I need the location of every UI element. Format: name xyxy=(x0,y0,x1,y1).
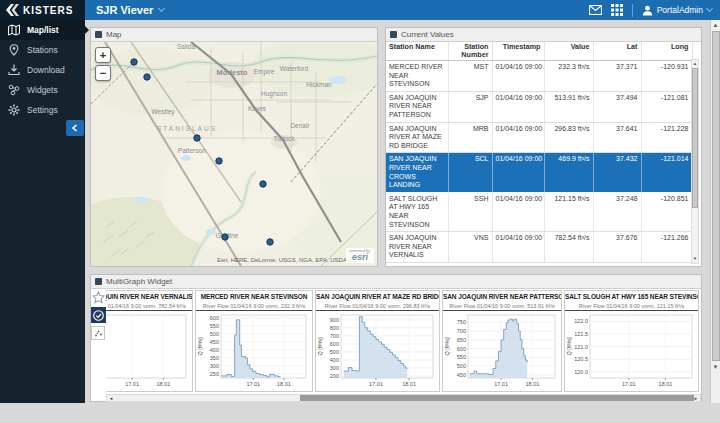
station-marker[interactable] xyxy=(194,135,200,141)
chart-title: SAN JOAQUIN RIVER AT MAZE RD BRIDGE xyxy=(316,291,439,302)
cell-timestamp: 01/04/16 09:00 xyxy=(492,61,544,92)
multigraph-header: MultiGraph Widget xyxy=(91,275,701,289)
sidebar-item-label: Settings xyxy=(27,105,58,115)
map-panel-title: Map xyxy=(106,30,122,39)
svg-text:18.01: 18.01 xyxy=(525,381,539,387)
chart-title: SAN JOAQUIN RIVER NEAR PATTERSON xyxy=(443,291,561,302)
scroll-left-icon[interactable]: ◄ xyxy=(107,395,115,401)
scroll-up-icon[interactable]: ▲ xyxy=(692,60,698,68)
map-city-label: Hughson xyxy=(261,90,287,98)
mail-icon[interactable] xyxy=(589,5,602,15)
favorite-star-icon[interactable] xyxy=(91,290,105,304)
cell-long: -120.931 xyxy=(641,61,692,92)
table-scrollbar-thumb[interactable] xyxy=(692,68,698,208)
svg-text:600: 600 xyxy=(457,346,466,352)
chart-subtitle: River Flow 01/04/16 9:00 vorm. 232.3 ft³… xyxy=(196,302,312,311)
map-city-label: Turlock xyxy=(273,135,295,142)
user-name: PortalAdmin xyxy=(657,5,703,15)
chevron-down-icon xyxy=(158,5,165,12)
svg-text:750: 750 xyxy=(457,319,466,325)
chart-card[interactable]: SAN JOAQUIN RIVER NEAR VERNALISRiver Flo… xyxy=(106,290,193,392)
station-marker[interactable] xyxy=(144,74,150,80)
charts-scrollbar-thumb[interactable] xyxy=(300,395,694,401)
cell-name: SAN JOAQUIN RIVER NEAR VERNALIS xyxy=(386,232,448,263)
cell-long: -121.266 xyxy=(641,232,692,263)
map-zoom-in-button[interactable]: + xyxy=(95,47,111,63)
chart-card[interactable]: SALT SLOUGH AT HWY 165 NEAR STEVINSONRiv… xyxy=(564,290,699,392)
map-canvas[interactable]: SalidaModestoEmpireWaterfordHickmanHughs… xyxy=(91,42,377,266)
cell-number: SSH xyxy=(448,192,492,231)
cell-timestamp: 01/04/16 09:00 xyxy=(492,192,544,231)
charts-strip: SAN JOAQUIN RIVER NEAR VERNALISRiver Flo… xyxy=(106,290,701,393)
svg-text:550: 550 xyxy=(210,323,219,329)
svg-text:121.0: 121.0 xyxy=(574,344,588,350)
map-city-label: Modesto xyxy=(217,68,248,77)
chart-card[interactable]: MERCED RIVER NEAR STEVINSONRiver Flow 01… xyxy=(195,290,313,392)
cell-long: -121.081 xyxy=(641,91,692,122)
sidebar-collapse-button[interactable] xyxy=(66,120,84,136)
top-bar: KISTERS SJR Viever PortalAdmin xyxy=(0,0,720,20)
column-header[interactable]: Station Name xyxy=(386,42,448,61)
svg-text:18.01: 18.01 xyxy=(277,381,291,387)
multigraph-title: MultiGraph Widget xyxy=(106,277,172,286)
svg-text:700: 700 xyxy=(330,333,339,339)
svg-text:18.01: 18.01 xyxy=(659,381,673,387)
svg-text:600: 600 xyxy=(330,341,339,347)
chart-card[interactable]: SAN JOAQUIN RIVER AT MAZE RD BRIDGERiver… xyxy=(315,290,440,392)
apps-grid-icon[interactable] xyxy=(611,4,623,16)
svg-text:800: 800 xyxy=(330,325,339,331)
station-marker[interactable] xyxy=(260,181,266,187)
column-header[interactable]: Lat xyxy=(593,42,641,61)
page-scroll-up-icon[interactable]: ▲ xyxy=(711,20,720,30)
table-row[interactable]: SAN JOAQUIN RIVER NEAR VERNALISVNS01/04/… xyxy=(386,232,692,263)
app-title[interactable]: SJR Viever xyxy=(96,0,164,20)
table-row[interactable]: MERCED RIVER NEAR STEVINSONMST01/04/16 0… xyxy=(386,61,692,92)
user-menu[interactable]: PortalAdmin xyxy=(642,5,712,16)
sidebar-item-settings[interactable]: Settings xyxy=(0,100,85,120)
sidebar-item-download[interactable]: Download xyxy=(0,60,85,80)
svg-text:450: 450 xyxy=(210,339,219,345)
sidebar-item-stations[interactable]: Stations xyxy=(0,40,85,60)
scroll-down-icon[interactable]: ▼ xyxy=(692,255,698,263)
column-header[interactable]: Value xyxy=(544,42,593,61)
panel-icon xyxy=(390,31,397,38)
table-row[interactable]: SAN JOAQUIN RIVER NEAR PATTERSONSJP01/04… xyxy=(386,91,692,122)
sidebar-item-map-list[interactable]: Map/list xyxy=(0,20,85,40)
column-header[interactable]: Station Number xyxy=(448,42,492,61)
scroll-right-icon[interactable]: ► xyxy=(692,395,700,401)
column-header[interactable]: Timestamp xyxy=(492,42,544,61)
cell-long: -121.014 xyxy=(641,153,692,192)
map-city-label: Empire xyxy=(254,68,275,76)
svg-text:400: 400 xyxy=(210,347,219,353)
chart-title: SAN JOAQUIN RIVER NEAR VERNALIS xyxy=(106,291,192,302)
table-row[interactable]: SALT SLOUGH AT HWY 165 NEAR STEVINSONSSH… xyxy=(386,192,692,231)
table-scrollbar[interactable]: ▲ ▼ xyxy=(691,59,699,264)
svg-text:550: 550 xyxy=(457,354,466,360)
page-scrollbar-thumb[interactable] xyxy=(712,31,720,361)
cell-value: 232.3 ft³/s xyxy=(544,61,593,92)
page-scroll-down-icon[interactable]: ▼ xyxy=(711,362,720,372)
charts-horizontal-scrollbar[interactable]: ◄ ► xyxy=(106,394,701,402)
cell-timestamp: 01/04/16 09:00 xyxy=(492,91,544,122)
page-scrollbar[interactable]: ▲ ▼ xyxy=(710,20,720,403)
chart-y-axis-label: Q [ft³/s] xyxy=(317,337,323,356)
sidebar-item-widgets[interactable]: Widgets xyxy=(0,80,85,100)
map-zoom-out-button[interactable]: − xyxy=(95,65,111,81)
selected-check-icon[interactable] xyxy=(91,307,106,323)
station-marker[interactable] xyxy=(222,234,228,240)
svg-text:250: 250 xyxy=(210,371,219,377)
multigraph-toolbar xyxy=(91,289,106,401)
column-header[interactable]: Long xyxy=(641,42,692,61)
station-marker[interactable] xyxy=(216,158,222,164)
cell-value: 296.83 ft³/s xyxy=(544,122,593,153)
svg-text:17.01: 17.01 xyxy=(622,381,636,387)
station-marker[interactable] xyxy=(131,59,137,65)
chart-card[interactable]: SAN JOAQUIN RIVER NEAR PATTERSONRiver Fl… xyxy=(442,290,562,392)
svg-text:650: 650 xyxy=(457,337,466,343)
app-title-label: SJR Viever xyxy=(96,4,153,16)
svg-text:122.0: 122.0 xyxy=(574,318,588,324)
table-row[interactable]: SAN JOAQUIN RIVER NEAR CROWS LANDINGSCL0… xyxy=(386,153,692,192)
scatter-plot-icon[interactable] xyxy=(91,326,105,340)
table-row[interactable]: SAN JOAQUIN RIVER AT MAZE RD BRIDGEMRB01… xyxy=(386,122,692,153)
station-marker[interactable] xyxy=(267,239,273,245)
